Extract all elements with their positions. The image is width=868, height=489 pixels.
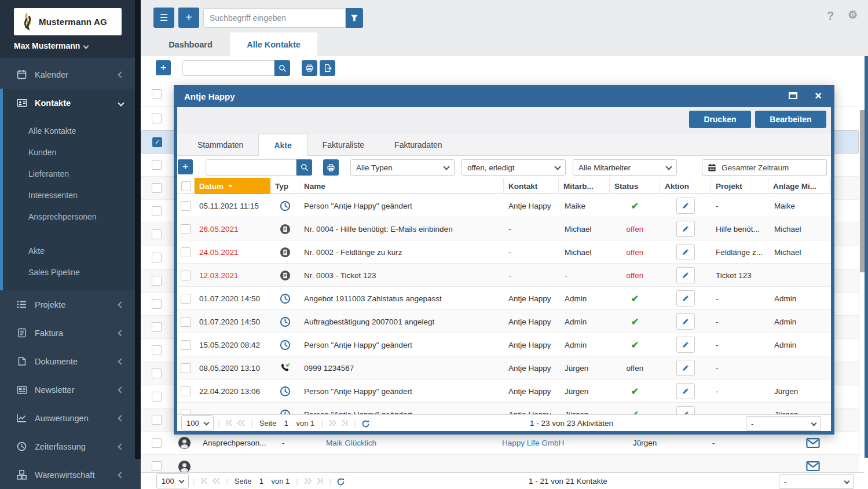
current-page-input[interactable]: 1 — [279, 419, 294, 428]
column-header-projekt[interactable]: Projekt — [711, 178, 768, 194]
row-checkbox[interactable] — [152, 183, 162, 193]
row-checkbox[interactable] — [152, 160, 162, 170]
help-icon[interactable]: ? — [827, 9, 834, 23]
column-header-typ[interactable]: Typ — [270, 178, 299, 194]
row-checkbox[interactable] — [152, 415, 162, 425]
contact-cell-company[interactable]: Happy Life GmbH — [502, 432, 564, 455]
row-checkbox[interactable] — [181, 386, 191, 396]
type-filter-select[interactable]: Alle Typen — [350, 159, 455, 176]
export-list-button[interactable] — [320, 60, 335, 76]
close-icon[interactable]: × — [815, 88, 822, 103]
row-checkbox[interactable] — [181, 201, 191, 211]
list-search-input[interactable] — [182, 60, 274, 76]
sidebar-item-auswertungen[interactable]: Auswertungen — [0, 404, 135, 432]
tab-akte[interactable]: Akte — [258, 134, 307, 156]
edit-activity-button[interactable] — [676, 313, 695, 330]
email-icon[interactable] — [806, 438, 820, 448]
contact-row[interactable]: Ansprechperson...-Maik GlücklichHappy Li… — [141, 432, 859, 455]
tab-dashboard[interactable]: Dashboard — [152, 32, 229, 56]
current-page-input[interactable]: 1 — [254, 477, 269, 486]
activity-row[interactable]: 05.11.2021 11:15Person "Antje Happy" geä… — [177, 194, 831, 217]
row-checkbox[interactable] — [181, 224, 191, 234]
edit-activity-button[interactable] — [676, 360, 695, 376]
tab-fakturaliste[interactable]: Fakturaliste — [307, 134, 379, 155]
contact-cell-name[interactable]: Maik Glücklich — [326, 432, 376, 455]
row-checkbox[interactable] — [152, 206, 162, 216]
sidebar-subitem-akte[interactable]: Akte — [0, 240, 135, 262]
new-item-button[interactable]: + — [178, 8, 199, 28]
edit-activity-button[interactable] — [676, 290, 695, 306]
first-page-button[interactable] — [200, 477, 209, 484]
activity-contact[interactable]: Antje Happy — [504, 287, 559, 310]
row-checkbox[interactable] — [181, 363, 191, 373]
activity-project[interactable]: Ticket 123 — [711, 264, 768, 287]
activity-search-button[interactable] — [296, 159, 312, 176]
sidebar-item-kalender[interactable]: Kalender — [0, 60, 135, 89]
column-header-name[interactable]: Name — [299, 178, 504, 194]
row-checkbox[interactable] — [181, 340, 191, 350]
contacts-scrollbar[interactable] — [859, 109, 865, 458]
activity-row[interactable]: Person "Antje Happy" geändertAntje Happy… — [177, 403, 831, 414]
sidebar-item-kontakte[interactable]: Kontakte — [0, 89, 135, 117]
activity-contact[interactable]: Antje Happy — [504, 379, 559, 403]
row-checkbox[interactable] — [152, 299, 162, 309]
edit-activity-button[interactable] — [676, 244, 695, 260]
drucken-button[interactable]: Drucken — [689, 111, 751, 128]
last-page-button[interactable] — [315, 477, 324, 484]
sidebar-item-warenwirtschaft[interactable]: Warenwirtschaft — [0, 461, 135, 489]
print-activities-button[interactable] — [323, 159, 339, 176]
row-checkbox[interactable] — [152, 392, 162, 402]
sidebar-subitem-lieferanten[interactable]: Lieferanten — [0, 163, 135, 185]
sidebar-subitem-interessenten[interactable]: Interessenten — [0, 185, 135, 206]
activity-row[interactable]: 22.04.2020 13:06Person "Antje Happy" geä… — [177, 379, 831, 403]
bearbeiten-button[interactable]: Bearbeiten — [755, 111, 826, 128]
column-header-mitarb[interactable]: Mitarb... — [559, 178, 610, 194]
activity-row[interactable]: 01.07.2020 14:50Auftragbestätigung 20070… — [177, 310, 831, 333]
email-icon[interactable] — [806, 461, 820, 471]
edit-activity-button[interactable] — [676, 406, 695, 414]
edit-activity-button[interactable] — [676, 267, 695, 283]
column-header-kontakt[interactable]: Kontakt — [504, 178, 559, 194]
activity-contact[interactable]: Antje Happy — [504, 403, 559, 414]
row-checkbox[interactable] — [152, 461, 162, 471]
pagination-filter-select[interactable]: - — [779, 474, 854, 489]
edit-activity-button[interactable] — [676, 198, 695, 214]
column-header-status[interactable]: Status — [610, 178, 660, 194]
pagination-filter-select[interactable]: - — [746, 416, 821, 431]
activity-row[interactable]: 01.07.2020 14:50Angebot 1911003 Zahlstat… — [177, 287, 831, 310]
tab-stammdaten[interactable]: Stammdaten — [182, 134, 258, 155]
add-contact-button[interactable]: + — [156, 60, 171, 75]
refresh-button[interactable] — [336, 477, 346, 484]
row-checkbox[interactable] — [152, 276, 162, 286]
activity-contact[interactable]: Antje Happy — [504, 356, 559, 379]
page-size-select[interactable]: 100 — [181, 415, 214, 430]
sidebar-item-faktura[interactable]: Faktura — [0, 319, 135, 347]
activity-row[interactable]: 12.03.2021Nr. 0003 - Ticket 123--offenTi… — [177, 264, 831, 287]
next-page-button[interactable] — [328, 419, 338, 426]
sidebar-item-projekte[interactable]: Projekte — [0, 290, 135, 319]
maximize-icon[interactable] — [789, 92, 797, 99]
row-checkbox[interactable] — [152, 322, 162, 332]
edit-activity-button[interactable] — [676, 221, 695, 237]
activity-row[interactable]: 08.05.2020 13:100999 1234567Antje HappyJ… — [177, 356, 831, 379]
row-checkbox[interactable] — [152, 345, 162, 355]
edit-activity-button[interactable] — [676, 383, 695, 399]
row-checkbox[interactable] — [181, 247, 191, 257]
next-page-button[interactable] — [303, 477, 313, 484]
last-page-button[interactable] — [340, 419, 349, 426]
menu-button[interactable]: ☰ — [153, 8, 174, 28]
filter-button[interactable] — [346, 8, 363, 28]
row-checkbox[interactable] — [152, 368, 162, 378]
activity-project[interactable]: Feldlänge z... — [711, 240, 768, 264]
row-checkbox[interactable] — [181, 294, 191, 304]
sidebar-subitem-ansprechpersonen[interactable]: Ansprechpersonen — [0, 206, 135, 228]
row-checkbox[interactable] — [181, 271, 191, 280]
row-checkbox[interactable] — [152, 438, 162, 448]
row-checkbox[interactable] — [152, 253, 162, 262]
sidebar-item-dokumente[interactable]: Dokumente — [0, 347, 135, 375]
sidebar-scrollbar[interactable] — [135, 0, 141, 459]
list-search-button[interactable] — [274, 60, 290, 76]
refresh-button[interactable] — [361, 419, 371, 426]
add-activity-button[interactable]: + — [178, 159, 193, 174]
previous-page-button[interactable] — [236, 419, 246, 426]
